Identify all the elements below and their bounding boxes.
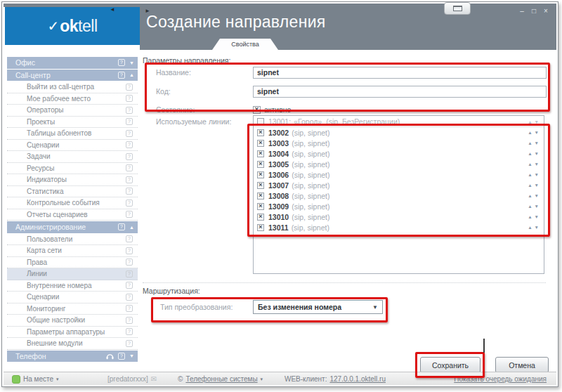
line-item-13003[interactable]: × 13003 (sip, sipnet) ▲▼: [254, 138, 544, 148]
envelope-icon[interactable]: ✉: [151, 375, 157, 383]
sidebar-item-exit-call-center[interactable]: Выйти из call-центра ?: [7, 81, 138, 93]
code-input[interactable]: [253, 86, 547, 98]
sidebar-item-resources[interactable]: Ресурсы ?: [7, 163, 138, 175]
detach-window-button[interactable]: [444, 2, 471, 15]
checkbox-icon[interactable]: ×: [257, 150, 264, 157]
line-item-13002[interactable]: × 13002 (sip, sipnet) ▲▼: [254, 127, 544, 138]
move-down-icon[interactable]: ▼: [535, 141, 541, 145]
checkbox-icon[interactable]: ×: [257, 161, 264, 168]
web-client-link[interactable]: 127.0.0.1.oktell.ru: [329, 375, 386, 383]
move-down-icon[interactable]: ▼: [535, 119, 541, 124]
sidebar-section-call-center[interactable]: Call-центр ? ▲: [7, 70, 138, 81]
help-icon[interactable]: ?: [126, 235, 133, 242]
help-icon[interactable]: ?: [126, 247, 133, 254]
help-icon[interactable]: ?: [126, 107, 133, 114]
help-icon[interactable]: ?: [126, 340, 133, 347]
lines-listbox[interactable]: 13001: «Город» (sip, БезРегистрации) ▲▼ …: [253, 115, 544, 274]
sidebar-item-external-modules[interactable]: Внешние модули ?: [7, 338, 138, 350]
name-input[interactable]: [253, 67, 547, 79]
move-down-icon[interactable]: ▼: [535, 214, 541, 219]
collapse-sidebar-icon[interactable]: ◄: [110, 6, 115, 13]
minimize-icon[interactable]: –: [518, 7, 525, 15]
move-down-icon[interactable]: ▼: [535, 130, 541, 135]
move-up-icon[interactable]: ▲: [528, 172, 534, 177]
line-item-13006[interactable]: × 13006 (sip, sipnet) ▲▼: [254, 169, 544, 180]
move-down-icon[interactable]: ▼: [535, 151, 541, 156]
company-menu[interactable]: © Телефонные системы ▾: [178, 372, 263, 386]
active-checkbox[interactable]: ×: [253, 106, 261, 114]
move-down-icon[interactable]: ▼: [535, 183, 541, 188]
sidebar-item-control-events[interactable]: Контрольные события ?: [7, 197, 138, 209]
show-queue-link[interactable]: Показать очередь ожидания: [454, 375, 547, 383]
sidebar-item-hardware-params[interactable]: Параметры аппаратуры ?: [7, 327, 138, 339]
line-item-13007[interactable]: × 13007 (sip, sipnet) ▲▼: [254, 180, 544, 190]
checkbox-icon[interactable]: ×: [257, 192, 264, 200]
maximize-icon[interactable]: □: [530, 7, 537, 15]
move-down-icon[interactable]: ▼: [535, 204, 541, 209]
sidebar-item-scenarios[interactable]: Сценарии ?: [7, 140, 138, 152]
line-item-13010[interactable]: × 13010 (sip, sipnet) ▲▼: [254, 211, 544, 222]
help-icon[interactable]: ?: [126, 282, 133, 289]
help-icon[interactable]: ?: [126, 270, 133, 277]
help-icon[interactable]: ?: [126, 294, 133, 301]
checkbox-icon[interactable]: ×: [257, 171, 264, 178]
help-icon[interactable]: ?: [126, 84, 133, 91]
help-icon[interactable]: ?: [126, 188, 133, 195]
sidebar-section-phone[interactable]: Телефон ? ▼: [7, 351, 138, 362]
close-icon[interactable]: ×: [542, 7, 549, 15]
checkbox-icon[interactable]: ×: [257, 203, 264, 210]
help-icon[interactable]: ?: [118, 72, 125, 79]
sidebar-item-general-settings[interactable]: Общие настройки ?: [7, 315, 138, 327]
help-icon[interactable]: ?: [118, 223, 125, 230]
sidebar-item-scenario-reports[interactable]: Отчеты сценариев ?: [7, 209, 138, 221]
sidebar-item-network-map[interactable]: Карта сети ?: [7, 245, 138, 257]
move-down-icon[interactable]: ▼: [535, 225, 541, 230]
help-icon[interactable]: ?: [126, 95, 133, 102]
sidebar-section-office[interactable]: Офис ? ▼: [7, 57, 138, 69]
help-icon[interactable]: ?: [126, 200, 133, 207]
company-link[interactable]: Телефонные системы: [185, 375, 257, 383]
sidebar-item-my-workplace[interactable]: Мое рабочее место ?: [7, 93, 138, 105]
sidebar-section-administration[interactable]: Администрирование ? ▲: [7, 221, 138, 233]
help-icon[interactable]: ?: [126, 153, 133, 160]
move-down-icon[interactable]: ▼: [535, 172, 541, 177]
sidebar-item-indicators[interactable]: Индикаторы ?: [7, 174, 138, 186]
checkbox-icon[interactable]: ×: [257, 129, 264, 136]
sidebar-item-subscriber-tables[interactable]: Таблицы абонентов ?: [7, 128, 138, 140]
cancel-button[interactable]: Отмена: [495, 357, 549, 373]
move-up-icon[interactable]: ▲: [528, 225, 534, 230]
checkbox-icon[interactable]: [257, 118, 264, 125]
move-up-icon[interactable]: ▲: [528, 162, 534, 166]
line-item-13009[interactable]: × 13009 (sip, sipnet) ▲▼: [254, 201, 544, 211]
line-item-13001[interactable]: 13001: «Город» (sip, БезРегистрации) ▲▼: [254, 117, 544, 127]
save-button[interactable]: Сохранить: [420, 357, 481, 373]
presence-selector[interactable]: На месте ▾: [12, 372, 59, 386]
line-item-13011[interactable]: × 13011 (sip, sipnet) ▲▼: [254, 222, 544, 233]
sidebar-item-lines[interactable]: Линии ?: [7, 268, 138, 280]
help-icon[interactable]: ?: [126, 317, 133, 324]
sidebar-item-rights[interactable]: Права ?: [7, 257, 138, 269]
line-item-13005[interactable]: × 13005 (sip, sipnet) ▲▼: [254, 159, 544, 169]
sidebar-item-tasks[interactable]: Задачи ?: [7, 151, 138, 163]
line-item-13008[interactable]: × 13008 (sip, sipnet) ▲▼: [254, 190, 544, 201]
move-up-icon[interactable]: ▲: [528, 141, 534, 145]
tab-properties[interactable]: Свойства: [212, 39, 278, 50]
checkbox-icon[interactable]: ×: [257, 224, 264, 231]
sidebar-item-projects[interactable]: Проекты ?: [7, 117, 138, 129]
conversion-type-select[interactable]: Без изменения номера ▼: [253, 300, 383, 314]
move-up-icon[interactable]: ▲: [528, 183, 534, 188]
checkbox-icon[interactable]: ×: [257, 140, 264, 147]
move-up-icon[interactable]: ▲: [528, 119, 534, 124]
sidebar-item-operators[interactable]: Операторы ?: [7, 105, 138, 117]
help-icon[interactable]: ?: [126, 328, 133, 335]
sidebar-item-users[interactable]: Пользователи ?: [7, 234, 138, 246]
sidebar-item-monitoring[interactable]: Мониторинг ?: [7, 303, 138, 315]
help-icon[interactable]: ?: [126, 211, 133, 218]
move-up-icon[interactable]: ▲: [528, 193, 534, 198]
sidebar-item-statistics[interactable]: Статистика ?: [7, 186, 138, 198]
help-icon[interactable]: ?: [118, 353, 125, 360]
help-icon[interactable]: ?: [126, 176, 133, 183]
move-down-icon[interactable]: ▼: [535, 162, 541, 166]
move-down-icon[interactable]: ▼: [535, 193, 541, 198]
move-up-icon[interactable]: ▲: [528, 130, 534, 135]
